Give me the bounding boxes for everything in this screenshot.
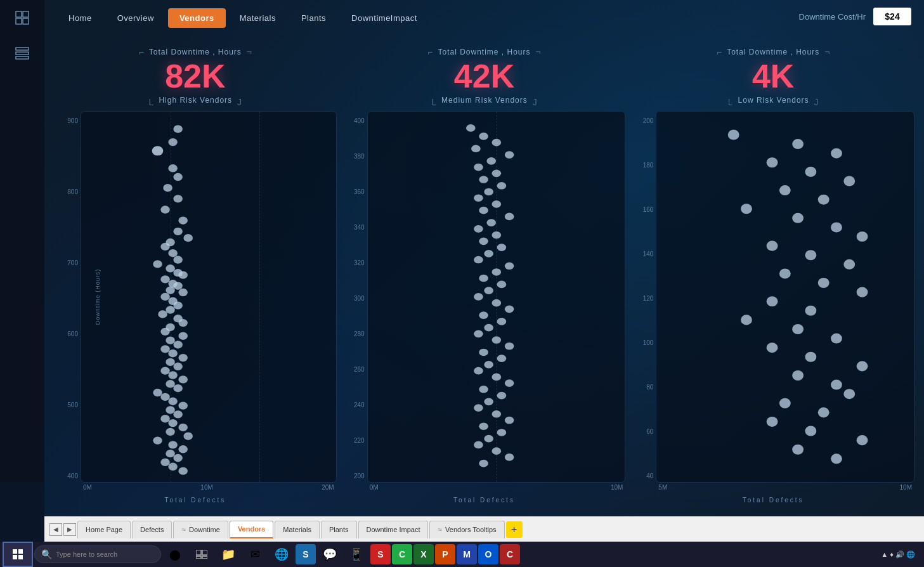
tab-nav-next[interactable]: ▶	[63, 523, 76, 536]
svg-point-100	[491, 299, 501, 307]
taskbar-outlook[interactable]: O	[478, 544, 498, 564]
svg-rect-4	[16, 48, 29, 50]
svg-point-157	[818, 408, 830, 418]
svg-point-93	[474, 256, 483, 264]
svg-rect-1	[23, 11, 29, 17]
nav-vendors[interactable]: Vendors	[168, 8, 226, 28]
sidebar-icon-grid[interactable]	[11, 6, 34, 29]
svg-point-92	[484, 250, 493, 257]
svg-point-30	[178, 289, 187, 296]
taskbar-chrome[interactable]: 🌐	[269, 542, 294, 567]
taskbar-app-snake[interactable]: S	[370, 544, 391, 564]
svg-rect-5	[16, 52, 29, 55]
nav-plants[interactable]: Plants	[290, 8, 337, 28]
tab-downtime[interactable]: ≈ Downtime	[173, 521, 228, 538]
taskbar-app-manage[interactable]: M	[457, 544, 477, 564]
taskbar-cortana[interactable]: ⬤	[162, 542, 188, 567]
svg-point-104	[484, 324, 493, 332]
svg-point-25	[178, 271, 187, 279]
svg-point-75	[471, 145, 481, 153]
nav-downtime-impact[interactable]: DowntimeImpact	[340, 8, 429, 28]
svg-point-125	[504, 453, 514, 461]
svg-point-148	[793, 324, 804, 334]
svg-point-69	[160, 459, 169, 466]
svg-point-159	[805, 426, 817, 436]
svg-point-138	[857, 231, 868, 242]
svg-point-9	[152, 146, 164, 155]
svg-point-87	[486, 219, 496, 226]
svg-point-114	[479, 386, 488, 393]
taskbar-search[interactable]: 🔍 Type here to search	[34, 545, 161, 563]
sidebar-icon-list[interactable]	[11, 42, 34, 65]
tab-downtime-impact[interactable]: Downtime Impact	[358, 521, 429, 538]
taskbar-powerpoint[interactable]: P	[435, 544, 455, 564]
tab-defects[interactable]: Defects	[132, 521, 172, 538]
taskbar-excel[interactable]: X	[413, 544, 434, 564]
svg-point-82	[484, 188, 493, 196]
svg-point-137	[831, 223, 842, 233]
high-y-tick-1: 500	[67, 401, 78, 408]
svg-point-109	[497, 355, 506, 363]
svg-point-132	[844, 176, 856, 186]
svg-point-160	[857, 435, 868, 445]
svg-point-79	[491, 170, 501, 178]
low-x-label: Total Defects	[739, 497, 808, 504]
tab-nav-prev[interactable]: ◀	[49, 523, 62, 536]
svg-point-105	[474, 330, 483, 338]
svg-point-34	[166, 306, 174, 314]
taskbar-app-red[interactable]: C	[500, 544, 520, 564]
high-risk-label: High Risk Vendors	[159, 96, 232, 105]
svg-point-146	[805, 306, 817, 316]
svg-point-116	[484, 398, 493, 406]
svg-point-151	[805, 352, 817, 362]
svg-point-110	[484, 361, 493, 368]
taskbar-app-whatsapp[interactable]: 📱	[344, 542, 369, 567]
windows-logo-icon	[13, 549, 23, 559]
medium-risk-stat-value: 42K	[343, 58, 626, 94]
svg-point-26	[160, 275, 169, 283]
cost-label: Downtime Cost/Hr	[799, 12, 866, 22]
svg-point-136	[793, 213, 804, 223]
tab-home-page[interactable]: Home Page	[77, 521, 131, 538]
svg-point-28	[173, 282, 182, 290]
svg-point-20	[168, 249, 177, 257]
high-y-tick-0: 400	[67, 472, 78, 479]
nav-overview[interactable]: Overview	[106, 8, 166, 28]
svg-point-119	[504, 417, 514, 424]
nav-home[interactable]: Home	[57, 8, 103, 28]
taskbar-task-view[interactable]	[189, 542, 214, 567]
svg-point-78	[474, 164, 483, 171]
svg-rect-2	[16, 18, 22, 24]
high-risk-panel: ⌐ Total Downtime , Hours ¬ 82K L High Ri…	[54, 42, 337, 504]
taskbar-mail[interactable]: ✉	[242, 542, 268, 567]
svg-point-19	[160, 243, 169, 251]
taskbar-app-green[interactable]: C	[392, 544, 412, 564]
svg-point-16	[173, 228, 182, 235]
taskbar-app-blue[interactable]: S	[296, 544, 316, 564]
tab-materials[interactable]: Materials	[275, 521, 320, 538]
tab-plants[interactable]: Plants	[321, 521, 357, 538]
tab-add-button[interactable]: +	[506, 521, 523, 538]
svg-point-131	[805, 167, 817, 177]
tab-vendors-tooltips[interactable]: ≈ Vendors Tooltips	[429, 521, 504, 538]
svg-point-90	[479, 238, 488, 245]
svg-point-142	[779, 269, 791, 279]
windows-start-button[interactable]	[3, 542, 33, 567]
svg-point-48	[160, 367, 169, 375]
svg-point-22	[153, 260, 162, 268]
svg-point-21	[173, 256, 182, 264]
tab-vendors[interactable]: Vendors	[230, 521, 273, 538]
svg-point-63	[183, 433, 192, 440]
svg-point-155	[844, 389, 856, 399]
svg-point-149	[831, 334, 842, 344]
taskbar-app-chat[interactable]: 💬	[317, 542, 342, 567]
svg-point-158	[767, 417, 778, 427]
svg-point-162	[831, 453, 842, 464]
svg-point-153	[793, 370, 804, 381]
svg-point-68	[173, 454, 182, 462]
svg-point-81	[497, 182, 506, 190]
svg-point-12	[163, 184, 172, 192]
nav-materials[interactable]: Materials	[228, 8, 287, 28]
svg-point-29	[166, 287, 174, 294]
taskbar-file-explorer[interactable]: 📁	[216, 542, 241, 567]
